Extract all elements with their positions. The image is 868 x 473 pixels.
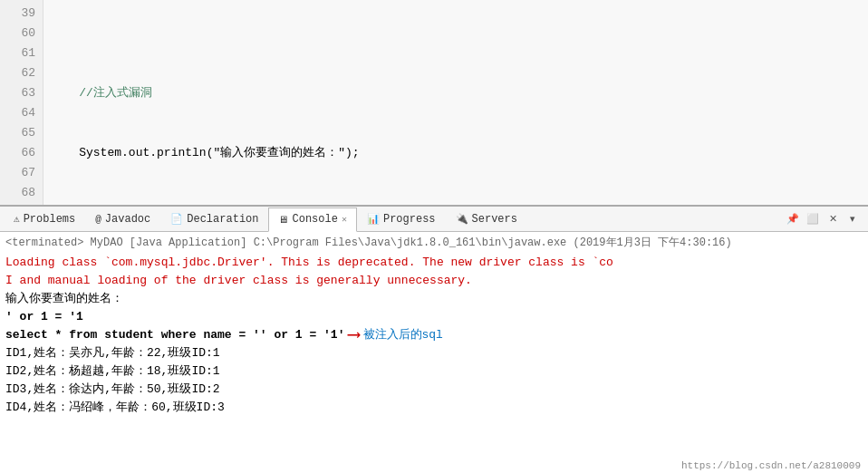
right-arrow-icon: ⟶ <box>348 326 359 344</box>
console-close-x: ✕ <box>342 214 347 225</box>
result-row-2: ID2,姓名：杨超越,年龄：18,班级ID:1 <box>5 362 863 381</box>
maximize-button[interactable]: ✕ <box>825 211 841 227</box>
input-value: ' or 1 = '1 <box>5 308 863 326</box>
watermark: https://blog.csdn.net/a2810009 <box>681 460 861 471</box>
minimize-button[interactable]: ⬜ <box>805 211 821 227</box>
tab-progress-label: Progress <box>383 213 436 226</box>
pin-button[interactable]: 📌 <box>785 211 801 227</box>
tab-bar: ⚠ Problems @ Javadoc 📄 Declaration 🖥 Con… <box>0 207 868 232</box>
code-content: //注入式漏洞 System.out.println("输入你要查询的姓名：")… <box>43 0 868 205</box>
tab-progress[interactable]: 📊 Progress <box>357 207 446 231</box>
console-icon: 🖥 <box>278 214 288 226</box>
tab-declaration[interactable]: 📄 Declaration <box>160 207 268 231</box>
error-line-2: I and manual loading of the driver class… <box>5 272 863 290</box>
terminated-line: <terminated> MyDAO [Java Application] C:… <box>5 234 863 252</box>
annotation-label: 被注入后的sql <box>363 326 443 344</box>
tab-servers[interactable]: 🔌 Servers <box>446 207 527 231</box>
javadoc-icon: @ <box>95 214 101 225</box>
tab-console-label: Console <box>292 213 337 226</box>
result-row-3: ID3,姓名：徐达内,年龄：50,班级ID:2 <box>5 381 863 399</box>
tab-declaration-label: Declaration <box>187 213 258 226</box>
servers-icon: 🔌 <box>456 213 468 225</box>
sql-output: select * from student where name = '' or… <box>5 326 344 344</box>
tab-servers-label: Servers <box>472 213 517 226</box>
tab-problems[interactable]: ⚠ Problems <box>4 207 85 231</box>
input-prompt: 输入你要查询的姓名： <box>5 290 863 308</box>
problems-icon: ⚠ <box>14 213 20 225</box>
bottom-panel: ⚠ Problems @ Javadoc 📄 Declaration 🖥 Con… <box>0 207 868 473</box>
tab-problems-label: Problems <box>24 213 76 226</box>
tab-javadoc[interactable]: @ Javadoc <box>85 207 160 231</box>
sql-annotation-line: select * from student where name = '' or… <box>5 326 863 344</box>
view-menu-button[interactable]: ▾ <box>844 211 861 227</box>
tab-javadoc-label: Javadoc <box>105 213 150 226</box>
tab-console[interactable]: 🖥 Console ✕ <box>268 208 356 232</box>
declaration-icon: 📄 <box>170 213 183 225</box>
code-editor: 39 60 61 62 63 64 65 66 67 68 //注入式漏洞 Sy… <box>0 0 868 207</box>
line-numbers: 39 60 61 62 63 64 65 66 67 68 <box>0 0 43 205</box>
tab-bar-actions: 📌 ⬜ ✕ ▾ <box>785 211 864 227</box>
progress-icon: 📊 <box>367 213 380 225</box>
console-output: <terminated> MyDAO [Java Application] C:… <box>0 232 868 473</box>
error-line-1: Loading class `com.mysql.jdbc.Driver'. T… <box>5 254 863 272</box>
result-row-4: ID4,姓名：冯绍峰，年龄：60,班级ID:3 <box>5 399 863 417</box>
result-row-1: ID1,姓名：吴亦凡,年龄：22,班级ID:1 <box>5 344 863 362</box>
